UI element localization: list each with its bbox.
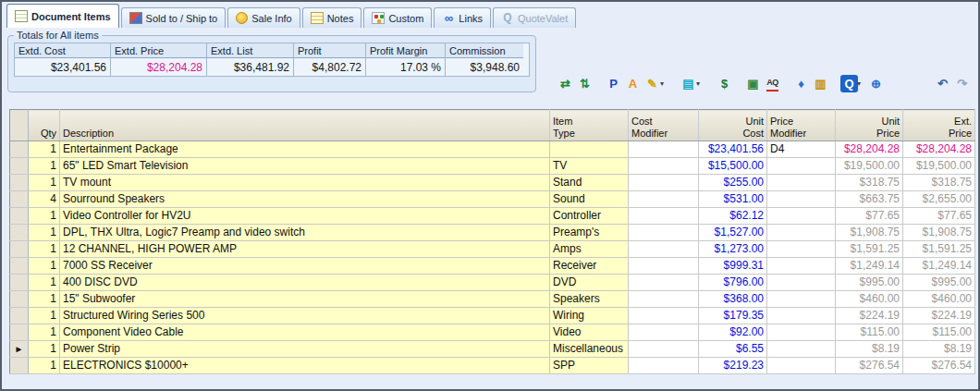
- cell-price-modifier[interactable]: [767, 241, 836, 258]
- cell-description[interactable]: 7000 SS Receiver: [60, 258, 550, 275]
- cell-cost-modifier[interactable]: [629, 191, 699, 208]
- cell-description[interactable]: 15" Subwoofer: [60, 291, 550, 308]
- cell-unit-cost[interactable]: $999.31: [699, 258, 767, 275]
- tab-quotevalet[interactable]: QQuoteValet: [493, 7, 576, 28]
- cell-unit-cost[interactable]: $255.00: [699, 175, 767, 191]
- highlighter-icon-dropdown[interactable]: ▾: [660, 79, 668, 88]
- column-header-cost-modifier[interactable]: CostModifier: [629, 110, 699, 141]
- tab-links[interactable]: ∞Links: [434, 7, 491, 28]
- cell-price-modifier[interactable]: [767, 291, 836, 308]
- cell-ext-price[interactable]: $318.75: [903, 175, 975, 191]
- cell-unit-price[interactable]: $460.00: [836, 291, 903, 308]
- cell-cost-modifier[interactable]: [629, 275, 699, 291]
- cell-unit-price[interactable]: $77.65: [836, 208, 903, 225]
- cell-unit-cost[interactable]: $6.55: [699, 341, 767, 358]
- cell-ext-price[interactable]: $115.00: [903, 324, 975, 341]
- cell-ext-price[interactable]: $28,204.28: [903, 141, 975, 158]
- tab-sale-info[interactable]: Sale Info: [227, 7, 300, 28]
- cell-description[interactable]: DPL, THX Ultra, Logic7 Preamp and video …: [60, 225, 550, 241]
- cell-cost-modifier[interactable]: [629, 324, 699, 341]
- cell-ext-price[interactable]: $224.19: [903, 308, 975, 324]
- cell-cost-modifier[interactable]: [629, 308, 699, 324]
- column-header-item-type[interactable]: ItemType: [550, 110, 629, 141]
- cell-qty[interactable]: 1: [29, 324, 60, 341]
- cell-cost-modifier[interactable]: [629, 225, 699, 241]
- cell-item-type[interactable]: Sound: [550, 191, 629, 208]
- cell-description[interactable]: Power Strip: [60, 341, 550, 358]
- highlighter-icon[interactable]: ✎: [643, 75, 661, 92]
- cell-cost-modifier[interactable]: [629, 258, 699, 275]
- cell-cost-modifier[interactable]: [629, 341, 699, 358]
- cell-unit-cost[interactable]: $796.00: [699, 275, 767, 291]
- column-header-unit-price[interactable]: UnitPrice: [836, 110, 903, 141]
- cell-item-type[interactable]: Stand: [550, 175, 629, 191]
- cell-qty[interactable]: 1: [29, 225, 60, 241]
- cell-ext-price[interactable]: $1,591.25: [903, 241, 975, 258]
- row-selector[interactable]: [10, 358, 29, 374]
- reorder-item-icon[interactable]: ⇅: [576, 75, 594, 92]
- column-header-price-modifier[interactable]: PriceModifier: [767, 110, 836, 141]
- cell-qty[interactable]: 1: [29, 208, 60, 225]
- cell-unit-price[interactable]: $8.19: [836, 341, 903, 358]
- quotevalet-icon-dropdown[interactable]: ▾: [857, 79, 865, 88]
- cell-price-modifier[interactable]: [767, 358, 836, 374]
- cell-unit-price[interactable]: $318.75: [836, 175, 903, 191]
- web-icon[interactable]: ⊕: [867, 75, 885, 92]
- cell-unit-cost[interactable]: $368.00: [699, 291, 767, 308]
- cell-item-type[interactable]: Amps: [550, 241, 629, 258]
- column-header-description[interactable]: Description: [60, 110, 550, 141]
- cell-ext-price[interactable]: $8.19: [903, 341, 975, 358]
- cell-description[interactable]: Sourround Speakers: [60, 191, 550, 208]
- cell-unit-price[interactable]: $224.19: [836, 308, 903, 324]
- cell-cost-modifier[interactable]: [629, 291, 699, 308]
- etilize-icon[interactable]: ♦: [792, 75, 810, 92]
- cell-description[interactable]: 400 DISC DVD: [60, 275, 550, 291]
- cell-unit-cost[interactable]: $62.12: [699, 208, 767, 225]
- column-header-qty[interactable]: Qty: [29, 110, 60, 141]
- row-selector[interactable]: [10, 158, 29, 175]
- cell-description[interactable]: 65" LED Smart Television: [60, 158, 550, 175]
- cell-unit-price[interactable]: $995.00: [836, 275, 903, 291]
- cell-description[interactable]: Video Controller for HV2U: [60, 208, 550, 225]
- cell-unit-price[interactable]: $19,500.00: [836, 158, 903, 175]
- cell-unit-cost[interactable]: $1,273.00: [699, 241, 767, 258]
- row-selector[interactable]: [10, 275, 29, 291]
- column-header-ext-price[interactable]: Ext.Price: [903, 110, 975, 141]
- cell-price-modifier[interactable]: [767, 208, 836, 225]
- cell-ext-price[interactable]: $77.65: [903, 208, 975, 225]
- cell-unit-price[interactable]: $1,908.75: [836, 225, 903, 241]
- cell-unit-price[interactable]: $276.54: [836, 358, 903, 374]
- cell-description[interactable]: 12 CHANNEL, HIGH POWER AMP: [60, 241, 550, 258]
- cell-description[interactable]: Entertainment Package: [60, 141, 550, 158]
- cell-item-type[interactable]: DVD: [550, 275, 629, 291]
- cell-item-type[interactable]: Speakers: [550, 291, 629, 308]
- cell-price-modifier[interactable]: [767, 175, 836, 191]
- cell-item-type[interactable]: SPP: [550, 358, 629, 374]
- cell-item-type[interactable]: TV: [550, 158, 629, 175]
- cell-price-modifier[interactable]: [767, 225, 836, 241]
- cell-price-modifier[interactable]: [767, 158, 836, 175]
- row-selector[interactable]: [10, 308, 29, 324]
- cell-unit-price[interactable]: $1,591.25: [836, 241, 903, 258]
- cell-ext-price[interactable]: $1,908.75: [903, 225, 975, 241]
- cell-cost-modifier[interactable]: [629, 208, 699, 225]
- cell-item-type[interactable]: Receiver: [550, 258, 629, 275]
- cell-unit-cost[interactable]: $219.23: [699, 358, 767, 374]
- cell-qty[interactable]: 1: [29, 175, 60, 191]
- tab-notes[interactable]: Notes: [302, 7, 362, 28]
- cell-description[interactable]: ELECTRONICS $10000+: [60, 358, 550, 374]
- cell-price-modifier[interactable]: [767, 258, 836, 275]
- row-selector[interactable]: [10, 258, 29, 275]
- tab-sold-to-ship-to[interactable]: Sold to / Ship to: [121, 7, 227, 28]
- cell-qty[interactable]: 1: [29, 358, 60, 374]
- cell-unit-price[interactable]: $115.00: [836, 324, 903, 341]
- cell-qty[interactable]: 4: [29, 191, 60, 208]
- cell-cost-modifier[interactable]: [629, 158, 699, 175]
- cell-cost-modifier[interactable]: [629, 141, 699, 158]
- quotevalet-icon[interactable]: Q: [840, 75, 858, 92]
- cell-ext-price[interactable]: $19,500.00: [903, 158, 975, 175]
- line-attributes-icon-dropdown[interactable]: ▾: [696, 79, 704, 88]
- row-selector[interactable]: [10, 225, 29, 241]
- row-selector[interactable]: [10, 324, 29, 341]
- cell-cost-modifier[interactable]: [629, 175, 699, 191]
